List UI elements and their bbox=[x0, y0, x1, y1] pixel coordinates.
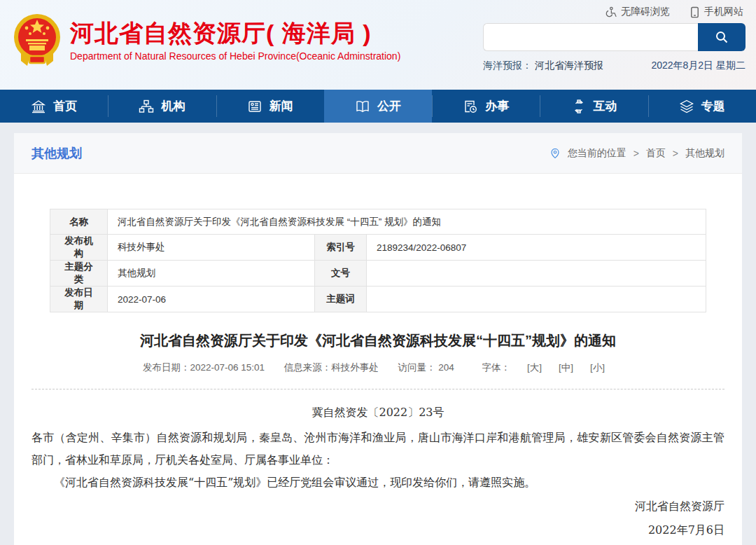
accessibility-icon bbox=[605, 6, 617, 18]
header-subrow: 海洋预报： 河北省海洋预报 2022年8月2日 星期二 bbox=[483, 60, 746, 72]
search-bar bbox=[483, 23, 746, 51]
nav-label: 首页 bbox=[53, 98, 77, 114]
nav-item-news[interactable]: 新闻 bbox=[216, 90, 324, 123]
forecast-label: 海洋预报： bbox=[483, 60, 532, 71]
nav-item-org[interactable]: 机构 bbox=[108, 90, 216, 123]
search-input[interactable] bbox=[483, 23, 698, 51]
category-label: 主题分类 bbox=[50, 261, 108, 287]
index-label: 索引号 bbox=[315, 235, 367, 261]
page-title: 其他规划 bbox=[31, 145, 82, 162]
mobile-phone-icon bbox=[690, 6, 700, 18]
table-row: 主题分类 其他规划 文号 bbox=[50, 261, 706, 287]
forecast-link[interactable]: 河北省海洋预报 bbox=[535, 60, 603, 71]
article-meta: 发布日期：2022-07-06 15:01 信息来源：科技外事处 访问量： 20… bbox=[14, 361, 742, 374]
breadcrumb-location-label: 您当前的位置 bbox=[568, 147, 626, 160]
nav-item-topics[interactable]: 专题 bbox=[648, 90, 756, 123]
newspaper-icon bbox=[247, 99, 262, 114]
bank-building-icon bbox=[31, 99, 46, 114]
breadcrumb-current: 其他规划 bbox=[685, 147, 724, 160]
site-title: 河北省自然资源厅( 海洋局 ) bbox=[70, 20, 400, 46]
ocean-forecast: 海洋预报： 河北省海洋预报 bbox=[483, 60, 603, 72]
sync-arrows-icon bbox=[571, 99, 587, 114]
keywords-label: 主题词 bbox=[315, 287, 367, 312]
table-row: 发布机构 科技外事处 索引号 2189234/2022-06807 bbox=[50, 235, 706, 261]
site-header: 河北省自然资源厅( 海洋局 ) Department of Natural Re… bbox=[0, 0, 756, 90]
china-national-emblem-logo bbox=[11, 13, 63, 69]
content-container: 其他规划 您当前的位置 > 首页 > 其他规划 名称 河北省自然资源厅关于印发《… bbox=[14, 133, 742, 545]
dashed-divider bbox=[31, 389, 724, 389]
accessibility-label: 无障碍浏览 bbox=[621, 6, 670, 18]
nav-label: 互动 bbox=[594, 98, 617, 114]
layers-icon bbox=[679, 99, 694, 114]
breadcrumb-home-link[interactable]: 首页 bbox=[646, 147, 666, 160]
meta-source: 信息来源：科技外事处 bbox=[284, 362, 379, 373]
breadcrumb: 您当前的位置 > 首页 > 其他规划 bbox=[550, 147, 724, 160]
open-book-icon bbox=[355, 99, 370, 114]
index-value: 2189234/2022-06807 bbox=[367, 235, 706, 261]
main-nav: 首页 机构 新闻 公开 办事 bbox=[0, 90, 756, 123]
accessibility-link[interactable]: 无障碍浏览 bbox=[605, 6, 670, 18]
quick-links: 无障碍浏览 手机网站 bbox=[605, 6, 743, 18]
article-title: 河北省自然资源厅关于印发《河北省自然资源科技发展“十四五”规划》的通知 bbox=[14, 331, 742, 350]
document-body: 冀自然资发〔2022〕23号 各市（含定州、辛集市）自然资源和规划局，秦皇岛、沧… bbox=[14, 401, 742, 545]
site-subtitle: Department of Natural Resources of Hebei… bbox=[70, 50, 400, 62]
breadcrumb-bar: 其他规划 您当前的位置 > 首页 > 其他规划 bbox=[14, 133, 742, 174]
docnum-label: 文号 bbox=[315, 261, 367, 287]
nav-item-public[interactable]: 公开 bbox=[324, 90, 432, 123]
mobile-site-link[interactable]: 手机网站 bbox=[690, 6, 743, 18]
pubdate-value: 2022-07-06 bbox=[108, 287, 315, 312]
font-size-large-button[interactable]: [大] bbox=[527, 362, 542, 373]
brand-text: 河北省自然资源厅( 海洋局 ) Department of Natural Re… bbox=[70, 13, 400, 62]
keywords-value bbox=[367, 287, 706, 312]
paragraph-body: 《河北省自然资源科技发展“十四五”规划》已经厅党组会审议通过，现印发给你们，请遵… bbox=[31, 471, 724, 494]
meta-visits: 访问量： 204 bbox=[398, 362, 454, 373]
nav-label: 新闻 bbox=[270, 98, 293, 114]
pubdate-label: 发布日期 bbox=[50, 287, 108, 312]
nav-label: 机构 bbox=[161, 98, 185, 114]
meta-publish-date: 发布日期：2022-07-06 15:01 bbox=[143, 362, 265, 373]
meta-font-label: 字体：[大][中][小] bbox=[474, 362, 614, 373]
table-row: 名称 河北省自然资源厅关于印发《河北省自然资源科技发展 “十四五” 规划》的通知 bbox=[50, 209, 706, 235]
publisher-label: 发布机构 bbox=[50, 235, 108, 261]
publisher-value: 科技外事处 bbox=[108, 235, 315, 261]
location-pin-icon bbox=[550, 148, 561, 159]
search-button[interactable] bbox=[698, 23, 746, 51]
name-label: 名称 bbox=[50, 209, 108, 235]
document-info-table: 名称 河北省自然资源厅关于印发《河北省自然资源科技发展 “十四五” 规划》的通知… bbox=[50, 209, 706, 312]
name-value: 河北省自然资源厅关于印发《河北省自然资源科技发展 “十四五” 规划》的通知 bbox=[108, 209, 706, 235]
header-date: 2022年8月2日 星期二 bbox=[651, 60, 746, 72]
mobile-site-label: 手机网站 bbox=[704, 6, 743, 18]
font-size-medium-button[interactable]: [中] bbox=[559, 362, 573, 373]
nav-label: 办事 bbox=[485, 98, 509, 114]
breadcrumb-separator: > bbox=[673, 148, 678, 159]
document-clock-icon bbox=[463, 99, 478, 114]
nav-label: 专题 bbox=[701, 98, 725, 114]
signature-org: 河北省自然资源厅 bbox=[31, 495, 724, 518]
nav-label: 公开 bbox=[377, 98, 401, 114]
font-size-label: 字体： bbox=[482, 362, 511, 373]
category-value: 其他规划 bbox=[108, 261, 315, 287]
nav-item-home[interactable]: 首页 bbox=[0, 90, 108, 123]
org-chart-icon bbox=[139, 99, 154, 114]
nav-item-services[interactable]: 办事 bbox=[432, 90, 540, 123]
paragraph-recipients: 各市（含定州、辛集市）自然资源和规划局，秦皇岛、沧州市海洋和渔业局，唐山市海洋口… bbox=[31, 427, 724, 471]
nav-item-interact[interactable]: 互动 bbox=[540, 90, 648, 123]
signature-date: 2022年7月6日 bbox=[31, 519, 724, 541]
breadcrumb-separator: > bbox=[634, 148, 639, 159]
docnum-value bbox=[367, 261, 706, 287]
font-size-small-button[interactable]: [小] bbox=[590, 362, 605, 373]
site-brand: 河北省自然资源厅( 海洋局 ) Department of Natural Re… bbox=[11, 13, 400, 69]
document-number: 冀自然资发〔2022〕23号 bbox=[31, 401, 724, 424]
search-icon bbox=[714, 29, 729, 45]
table-row: 发布日期 2022-07-06 主题词 bbox=[50, 287, 706, 312]
